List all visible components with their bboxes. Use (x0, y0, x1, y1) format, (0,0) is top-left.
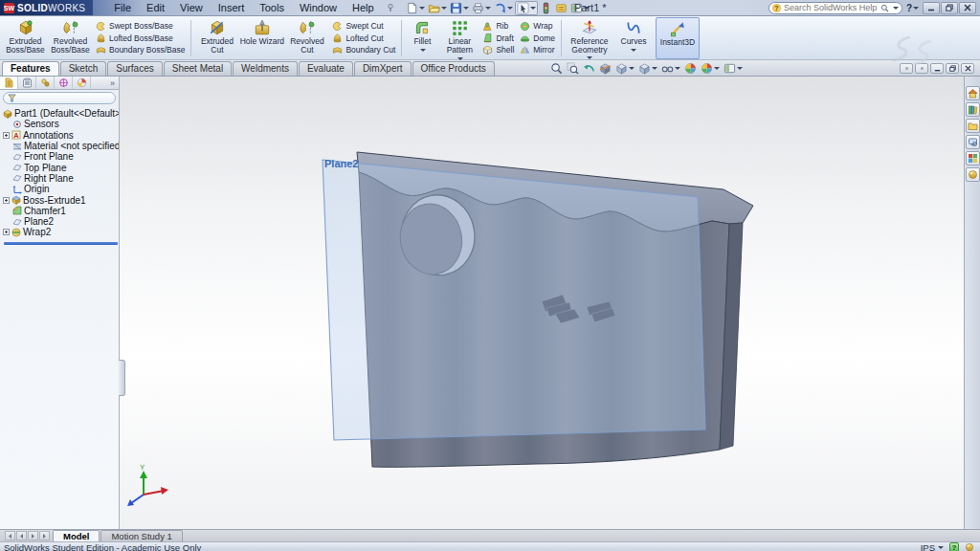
tab-surfaces[interactable]: Surfaces (107, 61, 162, 76)
model-viewport[interactable]: Y (0, 77, 980, 529)
curves-button[interactable]: Curves (614, 17, 653, 59)
undo-button[interactable] (493, 1, 514, 15)
menu-edit[interactable]: Edit (139, 0, 172, 15)
tab-scroll-first-button[interactable] (5, 531, 15, 540)
new-document-button[interactable] (405, 1, 426, 15)
print-button[interactable] (471, 1, 492, 15)
menu-pin-icon[interactable] (386, 3, 395, 12)
reference-geometry-button[interactable]: Reference Geometry (565, 17, 614, 59)
extruded-boss-button[interactable]: Extruded Boss/Base (3, 17, 48, 59)
revolved-boss-button[interactable]: Revolved Boss/Base (48, 17, 93, 59)
menu-view[interactable]: View (172, 0, 211, 15)
tree-item-part1[interactable]: Part1 (Default<<Default>_Disp (3, 108, 119, 119)
tree-item-right-plane[interactable]: Right Plane (3, 173, 119, 184)
lofted-boss-button[interactable]: Lofted Boss/Base (94, 33, 187, 44)
select-button[interactable] (515, 1, 538, 15)
tab-sketch[interactable]: Sketch (60, 61, 107, 76)
plane2-label[interactable]: Plane2 (324, 158, 358, 169)
swept-boss-button[interactable]: Swept Boss/Base (94, 20, 187, 32)
search-input[interactable] (784, 3, 878, 12)
tab-dimxpert[interactable]: DimXpert (354, 61, 412, 76)
doc-restore-button[interactable] (946, 63, 959, 74)
previous-view-button[interactable] (582, 62, 596, 75)
design-library-button[interactable] (966, 102, 980, 117)
tab-propertymanager[interactable] (18, 77, 36, 89)
apply-scene-button[interactable] (700, 62, 721, 75)
hide-show-items-button[interactable] (660, 62, 681, 75)
search-icon[interactable] (880, 4, 889, 12)
menu-file[interactable]: File (106, 0, 139, 15)
tab-scroll-next-button[interactable] (28, 531, 38, 540)
appearances-button[interactable] (966, 167, 980, 182)
tab-features[interactable]: Features (2, 61, 59, 76)
tab-scroll-last-button[interactable] (39, 531, 50, 540)
dome-button[interactable]: Dome (518, 33, 557, 44)
revolved-cut-button[interactable]: Revolved Cut (284, 17, 329, 59)
tree-item-wrap2[interactable]: Wrap2 (3, 227, 119, 237)
expand-plus-icon[interactable] (3, 197, 10, 204)
fillet-button[interactable]: Fillet (405, 17, 439, 59)
zoom-to-fit-button[interactable] (549, 62, 564, 75)
solidworks-search-button[interactable] (966, 135, 980, 149)
view-settings-button[interactable] (723, 62, 744, 75)
options-button[interactable] (554, 1, 568, 15)
tree-item-plane2[interactable]: Plane2 (3, 216, 119, 227)
mirror-button[interactable]: Mirror (518, 44, 557, 55)
close-button[interactable] (959, 2, 976, 14)
rib-button[interactable]: Rib (480, 20, 516, 32)
solidworks-resources-button[interactable] (966, 86, 980, 100)
tab-sheet-metal[interactable]: Sheet Metal (164, 61, 232, 76)
tree-item-sensors[interactable]: Sensors (3, 119, 119, 129)
tab-office-products[interactable]: Office Products (412, 61, 495, 76)
display-style-button[interactable] (637, 62, 658, 75)
rollback-bar[interactable] (4, 242, 118, 245)
tab-displaymanager[interactable] (73, 77, 91, 89)
doc-close-button[interactable] (961, 63, 974, 74)
tree-filter-box[interactable] (3, 92, 116, 104)
extruded-cut-button[interactable]: Extruded Cut (194, 17, 239, 59)
linear-pattern-button[interactable]: Linear Pattern (439, 17, 479, 59)
unit-system-selector[interactable]: IPS (921, 542, 944, 551)
draft-button[interactable]: Draft (480, 33, 516, 44)
hole-wizard-button[interactable]: Hole Wizard (239, 17, 284, 59)
tree-item-origin[interactable]: Origin (3, 184, 119, 194)
edit-appearance-button[interactable] (683, 62, 698, 75)
rebuild-button[interactable] (539, 1, 553, 15)
lofted-cut-button[interactable]: Lofted Cut (330, 33, 397, 44)
tab-configurationmanager[interactable] (36, 77, 55, 89)
tab-featuremanager-tree[interactable] (0, 77, 18, 89)
expand-plus-icon[interactable] (3, 229, 10, 235)
menu-insert[interactable]: Insert (211, 0, 253, 15)
help-search-box[interactable]: ? (768, 2, 902, 14)
panel-expand-chevron[interactable]: » (106, 77, 119, 89)
tree-item-front-plane[interactable]: Front Plane (3, 151, 119, 162)
view-orientation-button[interactable] (614, 62, 635, 75)
wrap-button[interactable]: Wrap (518, 20, 557, 32)
shell-button[interactable]: Shell (480, 44, 516, 55)
menu-window[interactable]: Window (292, 0, 345, 15)
tab-weldments[interactable]: Weldments (233, 61, 298, 76)
tree-item-chamfer1[interactable]: Chamfer1 (3, 206, 119, 216)
tree-item-annotations[interactable]: Annotations (3, 130, 119, 141)
zoom-to-area-button[interactable] (566, 62, 580, 75)
menu-help[interactable]: Help (345, 0, 382, 15)
menu-tools[interactable]: Tools (252, 0, 292, 15)
tab-dimxpertmanager[interactable] (55, 77, 73, 89)
save-button[interactable] (449, 1, 470, 15)
tab-model[interactable]: Model (53, 530, 100, 541)
file-explorer-button[interactable] (966, 119, 980, 133)
tab-evaluate[interactable]: Evaluate (299, 61, 353, 76)
tree-item-top-plane[interactable]: Top Plane (3, 162, 119, 172)
expand-plus-icon[interactable] (3, 132, 10, 139)
instant3d-button[interactable]: Instant3D (656, 17, 700, 59)
graphics-area[interactable]: Y Plane2 » Part1 (Default<<Default>_Disp… (0, 77, 980, 529)
tab-scroll-prev-button[interactable] (16, 531, 27, 540)
quick-tips-button[interactable]: ? (949, 542, 959, 551)
help-button[interactable]: ? (906, 3, 919, 13)
swept-cut-button[interactable]: Swept Cut (330, 20, 397, 32)
tree-item-material[interactable]: Material <not specified> (3, 141, 119, 151)
tree-item-boss-extrude1[interactable]: Boss-Extrude1 (3, 194, 119, 205)
restore-button[interactable] (941, 2, 958, 14)
view-palette-button[interactable] (966, 151, 980, 165)
panel-splitter-handle[interactable] (119, 360, 125, 396)
